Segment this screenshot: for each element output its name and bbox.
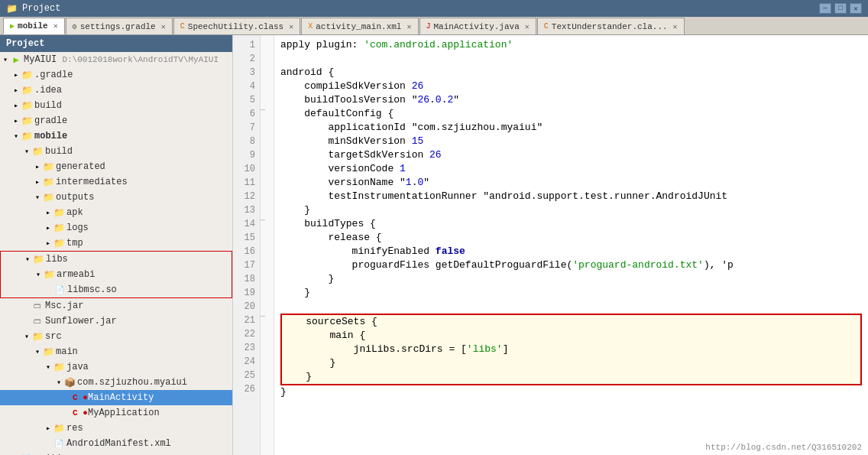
tree-arrow: ▾ bbox=[32, 192, 43, 203]
gutter-line: ─ bbox=[261, 214, 274, 228]
tree-item-msc.jar[interactable]: 🗃 Msc.jar bbox=[0, 298, 232, 314]
tree-item-logs[interactable]: ▸ 📁 logs bbox=[0, 220, 232, 236]
gutter-line bbox=[261, 242, 274, 255]
code-line: main { bbox=[282, 329, 860, 343]
item-label: tmp bbox=[66, 238, 83, 249]
tree-item-armeabi[interactable]: ▾ 📁 armeabi bbox=[1, 267, 232, 282]
tab-close-icon[interactable]: ✕ bbox=[161, 22, 166, 31]
item-label: intermediates bbox=[56, 177, 128, 187]
line-number: 11 bbox=[238, 176, 255, 190]
tab-close-icon[interactable]: ✕ bbox=[673, 22, 678, 31]
code-line: defaultConfig { bbox=[280, 107, 862, 121]
tab-close-icon[interactable]: ✕ bbox=[525, 22, 530, 31]
tree-arrow: ▸ bbox=[43, 238, 53, 249]
item-label: libs bbox=[46, 254, 68, 265]
tree-item-sunflower.jar[interactable]: 🗃 Sunflower.jar bbox=[0, 314, 232, 329]
tree-item-gradle2[interactable]: ▸ 📁 gradle bbox=[0, 113, 232, 128]
tree-item-gitignore[interactable]: 📄 .gitignore bbox=[0, 451, 232, 455]
line-number: 3 bbox=[238, 66, 255, 80]
tab-mobile[interactable]: ▶mobile✕ bbox=[3, 18, 65, 34]
item-icon: 📁 bbox=[21, 70, 32, 80]
gutter-line bbox=[261, 145, 274, 159]
code-content: apply plugin: 'com.android.application'a… bbox=[274, 35, 868, 455]
tree-item-build[interactable]: ▸ 📁 build bbox=[0, 98, 232, 113]
code-line: buildTypes { bbox=[280, 217, 862, 231]
tab-close-icon[interactable]: ✕ bbox=[406, 22, 411, 31]
line-number: 9 bbox=[238, 148, 255, 162]
line-number: 12 bbox=[238, 190, 255, 203]
tab-activity_main.xml[interactable]: Xactivity_main.xml✕ bbox=[301, 18, 418, 34]
tree-item-src[interactable]: ▾ 📁 src bbox=[0, 329, 232, 344]
minimize-button[interactable]: ─ bbox=[819, 3, 831, 14]
gutter-line: ─ bbox=[261, 310, 274, 324]
gutter-line bbox=[261, 187, 274, 200]
tree-item-gradle[interactable]: ▸ 📁 .gradle bbox=[0, 67, 232, 83]
tab-SpeechUtility.class[interactable]: CSpeechUtility.class✕ bbox=[173, 18, 300, 34]
tab-close-icon[interactable]: ✕ bbox=[289, 22, 293, 31]
tab-label: activity_main.xml bbox=[316, 22, 401, 31]
code-line: release { bbox=[280, 231, 862, 245]
item-icon: 📁 bbox=[53, 362, 64, 372]
code-line: } bbox=[282, 370, 860, 384]
item-icon: 📁 bbox=[21, 115, 32, 126]
tree-item-MainActivity[interactable]: C ● MainActivity bbox=[0, 390, 232, 405]
tree-item-res[interactable]: ▸ 📁 res bbox=[0, 421, 232, 436]
item-icon: 📁 bbox=[32, 331, 43, 342]
tab-label: mobile bbox=[18, 21, 48, 31]
code-line: buildToolsVersion "26.0.2" bbox=[280, 93, 862, 107]
item-icon: 📁 bbox=[43, 177, 53, 187]
maximize-button[interactable]: □ bbox=[834, 3, 847, 14]
tree-item-outputs[interactable]: ▾ 📁 outputs bbox=[0, 190, 232, 205]
tree-arrow: ▾ bbox=[11, 131, 21, 141]
tree-item-MyApplication[interactable]: C ● MyApplication bbox=[0, 405, 232, 421]
item-label: res bbox=[66, 423, 83, 434]
tree-arrow: ▾ bbox=[43, 362, 53, 372]
tree-item-com.szjiuzhou[interactable]: ▾ 📦 com.szjiuzhou.myaiui bbox=[0, 375, 232, 390]
tree-arrow: ▾ bbox=[32, 346, 43, 357]
tree-item-tmp[interactable]: ▸ 📁 tmp bbox=[0, 236, 232, 251]
close-button[interactable]: ✕ bbox=[850, 3, 862, 14]
code-line: android { bbox=[280, 66, 862, 80]
line-number: 4 bbox=[238, 80, 255, 93]
sidebar-title: Project bbox=[6, 38, 44, 49]
tree-item-mobile[interactable]: ▾ 📁 mobile bbox=[0, 128, 232, 144]
source-sets-box: sourceSets { main { jniLibs.srcDirs = ['… bbox=[280, 314, 862, 385]
code-editor[interactable]: 1234567891011121314151617181920212223242… bbox=[233, 35, 868, 455]
code-line: jniLibs.srcDirs = ['libs'] bbox=[282, 343, 860, 356]
tree-item-main[interactable]: ▾ 📁 main bbox=[0, 344, 232, 359]
tab-TextUnderstander.class[interactable]: CTextUnderstander.cla...✕ bbox=[537, 18, 685, 34]
tree-item-myaiui[interactable]: ▾ ▶ MyAIUI D:\0012018work\AndroidTV\MyAI… bbox=[0, 52, 232, 67]
gutter-line bbox=[261, 132, 274, 145]
tree-item-libs[interactable]: ▾ 📁 libs bbox=[1, 252, 232, 267]
tab-close-icon[interactable]: ✕ bbox=[53, 21, 58, 31]
item-label: .idea bbox=[34, 85, 62, 96]
tab-settings.gradle[interactable]: ⚙settings.gradle✕ bbox=[66, 18, 173, 34]
tree-item-AndroidManifest[interactable]: 📄 AndroidManifest.xml bbox=[0, 436, 232, 451]
watermark: http://blog.csdn.net/Q316510202 bbox=[705, 443, 862, 452]
tree-item-libmsc.so[interactable]: 📄 libmsc.so bbox=[1, 282, 232, 297]
item-label: apk bbox=[66, 207, 83, 218]
tree-item-apk[interactable]: ▸ 📁 apk bbox=[0, 205, 232, 220]
code-line: compileSdkVersion 26 bbox=[280, 80, 862, 93]
tree-item-java[interactable]: ▾ 📁 java bbox=[0, 359, 232, 375]
line-numbers: 1234567891011121314151617181920212223242… bbox=[233, 35, 261, 455]
sidebar-header: Project bbox=[0, 35, 232, 52]
code-line: } bbox=[280, 385, 862, 399]
code-line: testInstrumentationRunner "android.suppo… bbox=[280, 190, 862, 203]
gutter-line bbox=[261, 35, 274, 49]
line-number: 15 bbox=[238, 231, 255, 245]
tree-item-idea[interactable]: ▸ 📁 .idea bbox=[0, 83, 232, 98]
tree-arrow: ▸ bbox=[43, 423, 53, 434]
line-number: 26 bbox=[238, 382, 255, 396]
tab-MainActivity.java[interactable]: JMainActivity.java✕ bbox=[419, 18, 536, 34]
line-number: 20 bbox=[238, 300, 255, 314]
code-line: } bbox=[280, 272, 862, 286]
gutter: ─── bbox=[261, 35, 274, 455]
tree-item-generated[interactable]: ▸ 📁 generated bbox=[0, 159, 232, 174]
tree-item-mobile-build[interactable]: ▾ 📁 build bbox=[0, 144, 232, 159]
item-label: gradle bbox=[34, 115, 67, 126]
line-number: 10 bbox=[238, 162, 255, 176]
gutter-line bbox=[261, 338, 274, 352]
tree-item-intermediates[interactable]: ▸ 📁 intermediates bbox=[0, 174, 232, 190]
item-icon: 📁 bbox=[44, 269, 54, 280]
